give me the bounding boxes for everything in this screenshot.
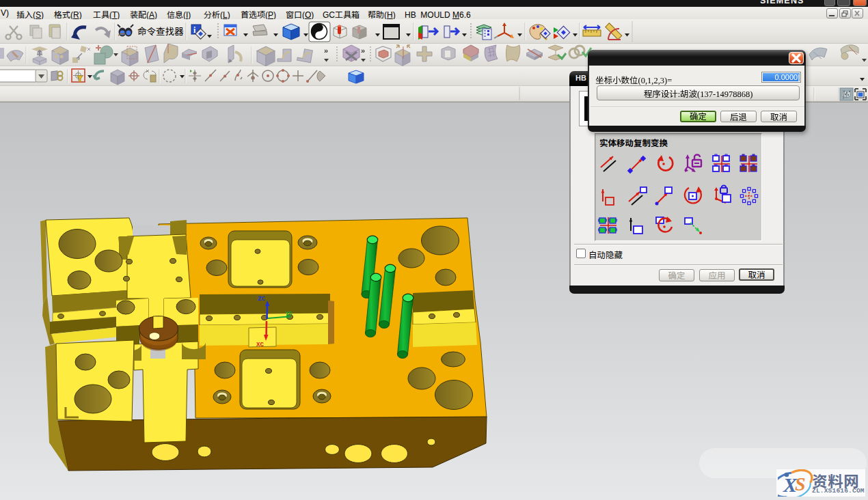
svg-text:S: S <box>795 473 806 495</box>
svg-text:XC: XC <box>256 342 264 348</box>
svg-text:ZC: ZC <box>258 296 265 303</box>
svg-text:命令查找器: 命令查找器 <box>137 24 184 38</box>
svg-text:»: » <box>361 46 365 55</box>
svg-text:YC: YC <box>286 310 293 316</box>
svg-text:»: » <box>324 46 328 55</box>
